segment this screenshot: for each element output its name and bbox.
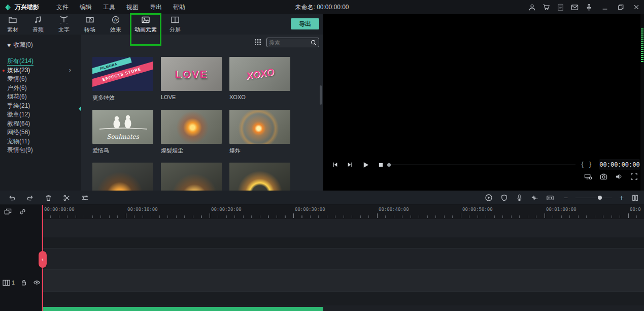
tab-media[interactable]: 素材	[0, 14, 25, 35]
zoom-in-icon[interactable]: +	[620, 194, 624, 201]
volume-icon[interactable]	[615, 173, 623, 180]
fullscreen-icon[interactable]	[630, 173, 638, 180]
sidebar-item-internet[interactable]: 网络(56)	[7, 128, 81, 137]
sidebar-item-badges[interactable]: 徽章(12)	[7, 110, 81, 119]
library-item-love[interactable]: LOVE LOVE	[161, 57, 222, 110]
undo-button[interactable]	[8, 194, 16, 202]
library-item-thumbnail[interactable]	[229, 163, 290, 191]
library-item-thumbnail[interactable]	[161, 163, 222, 191]
menu-help[interactable]: 帮助	[171, 2, 187, 13]
search-input[interactable]	[267, 40, 310, 46]
lock-track-icon[interactable]	[20, 279, 27, 286]
timeline-track-row[interactable]	[0, 237, 644, 248]
tab-audio[interactable]: 音频	[25, 14, 51, 35]
library-item-partial[interactable]	[92, 163, 153, 191]
library-item-thumbnail[interactable]	[92, 163, 153, 191]
tab-label: 分屏	[170, 26, 181, 34]
timeline-track-row[interactable]	[0, 292, 644, 305]
snapshot-camera-icon[interactable]	[600, 173, 607, 180]
document-icon[interactable]	[557, 4, 564, 11]
mark-in-out-button[interactable]: { }	[582, 161, 593, 168]
account-icon[interactable]	[528, 4, 536, 11]
link-icon[interactable]	[19, 208, 26, 215]
seek-slider-thumb[interactable]	[387, 163, 391, 167]
add-track-icon[interactable]	[4, 208, 12, 215]
minimize-button[interactable]	[601, 4, 608, 11]
track-layout-icon[interactable]	[631, 194, 639, 202]
voiceover-mic-icon[interactable]	[516, 194, 523, 202]
redo-button[interactable]	[26, 194, 34, 202]
sidebar-item-pets[interactable]: 宠物(11)	[7, 137, 81, 146]
display-settings-icon[interactable]	[584, 173, 592, 180]
previous-frame-button[interactable]	[327, 160, 343, 170]
sidebar-item-stickers[interactable]: 表情包(9)	[7, 146, 81, 155]
close-button[interactable]	[633, 4, 640, 11]
tab-effects[interactable]: fx 效果	[103, 14, 129, 35]
render-preview-icon[interactable]	[485, 194, 493, 202]
tab-text[interactable]: 文字	[51, 14, 77, 35]
delete-button[interactable]	[45, 194, 52, 202]
seek-slider-track[interactable]	[391, 165, 575, 165]
timeline-horizontal-scrollbar[interactable]	[43, 307, 323, 311]
keyframe-icon[interactable]	[546, 194, 554, 202]
feedback-mail-icon[interactable]	[571, 4, 579, 11]
timeline-zoom-slider[interactable]	[575, 194, 612, 201]
timeline-track-row[interactable]	[0, 248, 644, 270]
timeline-track-row[interactable]	[0, 270, 644, 292]
library-item-thumbnail[interactable]: FILMORA EFFECTS STORE	[92, 57, 153, 91]
sidebar-item-love[interactable]: 爱情(6)	[7, 75, 81, 84]
tab-transitions[interactable]: 转场	[77, 14, 103, 35]
next-frame-button[interactable]	[343, 160, 358, 170]
ruler-label: 00:00:20:00	[211, 207, 242, 212]
library-vertical-scrollbar[interactable]	[320, 85, 322, 105]
timeline-track-row[interactable]	[0, 219, 644, 237]
toggle-visibility-eye-icon[interactable]	[33, 279, 41, 286]
zoom-slider-thumb[interactable]	[598, 196, 602, 200]
menu-edit[interactable]: 编辑	[78, 2, 94, 13]
playhead-handle[interactable]: ‹	[39, 251, 47, 268]
menu-tools[interactable]: 工具	[101, 2, 117, 13]
library-item-partial[interactable]	[229, 163, 290, 191]
search-icon[interactable]	[310, 39, 317, 46]
adjust-mixer-button[interactable]	[81, 194, 89, 202]
maximize-button[interactable]	[617, 4, 624, 11]
library-item-thumbnail[interactable]: Soulmates	[92, 110, 153, 144]
sidebar-item-hand-drawn[interactable]: 手绘(21)	[7, 102, 81, 111]
stop-button[interactable]	[373, 160, 388, 170]
sidebar-item-all[interactable]: 所有(214)	[7, 57, 81, 66]
audio-wave-icon[interactable]	[531, 194, 538, 202]
library-item-thumbnail[interactable]: LOVE	[161, 57, 222, 91]
library-item-explosion[interactable]: 爆炸	[229, 110, 290, 163]
store-cart-icon[interactable]	[543, 4, 550, 11]
library-item-thumbnail[interactable]: XOXO	[229, 57, 290, 91]
timeline-ruler[interactable]: 00:00:00:00 00:00:10:00 00:00:20:00 00:0…	[0, 205, 644, 219]
marker-icon[interactable]	[500, 194, 508, 202]
play-button[interactable]	[358, 160, 373, 170]
menu-export[interactable]: 导出	[148, 2, 164, 13]
sidebar-item-outdoor[interactable]: 户外(6)	[7, 84, 81, 93]
video-track-icon[interactable]: 1	[3, 279, 15, 286]
category-label: 宠物(11)	[7, 138, 29, 145]
library-item-thumbnail[interactable]	[161, 110, 222, 144]
zoom-out-icon[interactable]: −	[564, 194, 568, 201]
library-item-burst-dust[interactable]: 爆裂烟尘	[161, 110, 222, 163]
library-item-thumbnail[interactable]	[229, 110, 290, 144]
tab-elements[interactable]: 动画元素	[129, 14, 162, 35]
microphone-icon[interactable]	[585, 4, 593, 11]
preview-timecode[interactable]: 00:00:00:00	[599, 159, 640, 170]
export-button[interactable]: 导出	[291, 18, 319, 29]
tab-split-screen[interactable]: 分屏	[162, 14, 188, 35]
library-item-partial[interactable]	[161, 163, 222, 191]
library-item-lovebirds[interactable]: Soulmates 爱情鸟	[92, 110, 153, 163]
library-item-effects-store[interactable]: FILMORA EFFECTS STORE 更多特效	[92, 57, 153, 110]
grid-view-icon[interactable]	[254, 39, 261, 46]
sidebar-item-media[interactable]: 媒体(23)›	[7, 66, 81, 75]
library-item-xoxo[interactable]: XOXO XOXO	[229, 57, 290, 110]
split-scissors-button[interactable]	[63, 194, 71, 202]
sidebar-item-fireworks[interactable]: 烟花(6)	[7, 92, 81, 102]
favorites-row[interactable]: ♥ 收藏(0)	[7, 41, 33, 49]
menu-view[interactable]: 视图	[124, 2, 141, 13]
preview-viewport[interactable]	[323, 14, 644, 158]
sidebar-item-tutorial[interactable]: 教程(64)	[7, 119, 81, 129]
menu-file[interactable]: 文件	[54, 2, 71, 13]
